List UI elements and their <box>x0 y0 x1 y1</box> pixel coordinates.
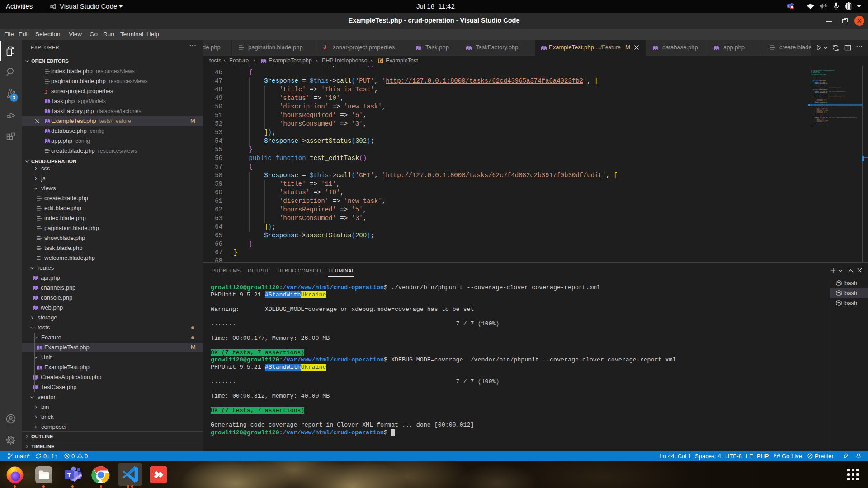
svg-text:$: $ <box>840 293 841 296</box>
svg-text:$: $ <box>840 303 841 306</box>
svg-text:$: $ <box>840 283 841 286</box>
svg-text:T: T <box>67 472 71 479</box>
